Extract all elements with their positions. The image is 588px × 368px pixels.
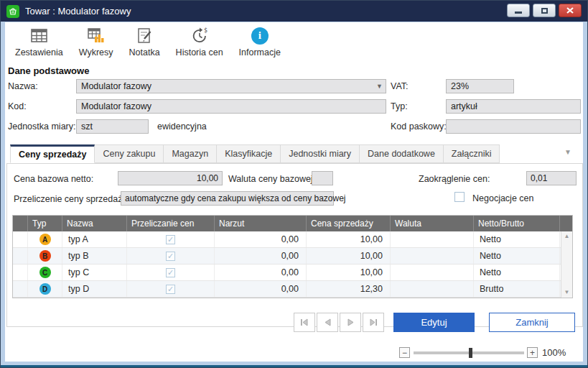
tab-zalaczniki[interactable]: Załączniki (444, 144, 500, 163)
tab-magazyn[interactable]: Magazyn (164, 144, 217, 163)
chart-icon (86, 26, 106, 45)
minimize-icon (515, 12, 522, 14)
zoom-in-button[interactable]: + (527, 347, 538, 358)
next-record-icon (347, 318, 355, 326)
section-title: Dane podstawowe (8, 65, 89, 76)
checkbox-checked-icon[interactable]: ✓ (166, 268, 175, 277)
row-selector[interactable] (13, 231, 28, 247)
cell-name: typ A (62, 231, 127, 247)
tabs-overflow-icon[interactable]: ▼ (564, 148, 571, 156)
nav-next-button[interactable] (340, 313, 361, 332)
cell-waluta (391, 248, 474, 264)
toolbar-item-historia-cen[interactable]: $ Historia cen (176, 24, 223, 58)
svg-text:$: $ (204, 27, 207, 34)
jednostka-label: Jednostka miary: (8, 121, 75, 132)
vat-field[interactable]: 23% (446, 79, 514, 93)
typ-value: artykuł (451, 101, 477, 111)
row-selector[interactable] (13, 281, 28, 297)
minimize-button[interactable] (507, 4, 530, 17)
tab-ceny-sprzedazy[interactable]: Ceny sprzedaży (10, 144, 95, 163)
zoom-out-button[interactable]: − (399, 347, 410, 358)
jednostka-value: szt (81, 121, 93, 132)
toolbar-item-informacje[interactable]: i Informacje (239, 24, 281, 58)
row-selector[interactable] (13, 248, 28, 264)
kod-label: Kod: (8, 101, 27, 111)
kod-paskowy-label: Kod paskowy: (391, 121, 447, 132)
col-typ[interactable]: Typ (28, 216, 62, 231)
zoom-percentage: 100% (542, 347, 566, 358)
cell-cena: 10,00 (307, 231, 391, 247)
table-row-typ-a[interactable]: A typ A ✓ 0,00 10,00 Netto (13, 231, 572, 248)
scroll-up-icon[interactable]: ▲ (564, 234, 570, 239)
waluta-bazowa-field[interactable] (312, 171, 333, 185)
vat-value: 23% (451, 81, 469, 91)
checkbox-checked-icon[interactable]: ✓ (166, 285, 175, 294)
row-selector[interactable] (13, 264, 28, 280)
chevron-down-icon[interactable]: ▼ (376, 83, 383, 90)
table-row-typ-b[interactable]: B typ B ✓ 0,00 10,00 Netto (13, 248, 572, 264)
col-selector (13, 216, 28, 231)
toolbar-label: Wykresy (79, 47, 113, 58)
close-window-button[interactable]: Zamknij (489, 313, 575, 332)
kod-field[interactable]: Modulator fazowy (76, 99, 386, 114)
price-table: Typ Nazwa Przeliczanie cen Narzut Cena s… (12, 215, 573, 298)
cena-bazowa-value: 10,00 (197, 173, 218, 183)
col-cena[interactable]: Cena sprzedaży (307, 216, 391, 231)
first-record-icon (300, 318, 309, 326)
col-narzut[interactable]: Narzut (215, 216, 307, 231)
negocjacje-label: Negocjacje cen (472, 193, 533, 203)
cell-waluta (391, 264, 474, 280)
negocjacje-checkbox[interactable] (454, 192, 465, 202)
toolbar-item-zestawienia[interactable]: Zestawienia (15, 24, 63, 58)
nazwa-field[interactable]: Modulator fazowy ▼ (76, 79, 386, 93)
col-nazwa[interactable]: Nazwa (62, 216, 127, 231)
tab-jednostki-miary[interactable]: Jednostki miary (281, 144, 360, 163)
tab-klasyfikacje[interactable]: Klasyfikacje (217, 144, 281, 163)
edit-button[interactable]: Edytuj (393, 313, 475, 332)
nav-prev-button[interactable] (317, 313, 338, 332)
col-przeliczanie[interactable]: Przeliczanie cen (127, 216, 215, 231)
toolbar-label: Informacje (239, 47, 281, 58)
zaokraglenie-field[interactable]: 0,01 (526, 171, 577, 185)
last-record-icon (369, 318, 378, 326)
close-icon (566, 7, 574, 14)
cell-name: typ C (62, 264, 127, 280)
maximize-icon (541, 8, 548, 14)
jednostka-field[interactable]: szt (76, 119, 149, 134)
table-row-typ-d[interactable]: D typ D ✓ 0,00 12,30 Brutto (13, 281, 572, 298)
col-waluta[interactable]: Waluta (391, 216, 474, 231)
nazwa-label: Nazwa: (8, 81, 38, 91)
col-netto-brutto[interactable]: Netto/Brutto (474, 216, 560, 231)
nav-first-button[interactable] (294, 313, 315, 332)
kod-value: Modulator fazowy (81, 101, 151, 111)
typ-field[interactable]: artykuł (446, 99, 581, 114)
toolbar-item-wykresy[interactable]: Wykresy (79, 24, 113, 58)
cell-narzut: 0,00 (215, 264, 307, 280)
przeliczenie-label: Przeliczenie ceny sprzedaży: (14, 194, 129, 204)
type-badge: D (39, 283, 51, 295)
prev-record-icon (324, 318, 332, 326)
close-button[interactable] (559, 4, 582, 17)
zaokraglenie-label: Zaokrąglenie cen: (419, 174, 490, 184)
tab-dane-dodatkowe[interactable]: Dane dodatkowe (360, 144, 444, 163)
cell-name: typ D (62, 281, 127, 297)
title-bar[interactable]: Towar : Modulator fazowy (1, 1, 587, 22)
scroll-down-icon[interactable]: ▼ (564, 290, 570, 295)
cell-cena: 12,30 (307, 281, 391, 297)
maximize-button[interactable] (533, 4, 556, 17)
table-row-typ-c[interactable]: C typ C ✓ 0,00 10,00 Netto (13, 264, 572, 281)
checkbox-checked-icon[interactable]: ✓ (166, 235, 175, 244)
tab-ceny-zakupu[interactable]: Ceny zakupu (95, 144, 164, 163)
cena-bazowa-field[interactable]: 10,00 (118, 171, 223, 185)
zoom-slider-handle[interactable] (469, 348, 472, 358)
cell-waluta (391, 231, 474, 247)
vat-label: VAT: (391, 81, 409, 91)
nav-last-button[interactable] (363, 313, 384, 332)
toolbar-item-notatka[interactable]: Notatka (129, 24, 160, 58)
type-badge: A (39, 234, 51, 245)
kod-paskowy-field[interactable] (446, 119, 581, 134)
checkbox-checked-icon[interactable]: ✓ (166, 252, 175, 261)
przeliczenie-field[interactable]: automatyczne gdy cena zakupu większa od … (121, 191, 334, 206)
cena-bazowa-label: Cena bazowa netto: (14, 174, 93, 184)
table-scrollbar[interactable]: ▲ ▼ (561, 231, 572, 298)
